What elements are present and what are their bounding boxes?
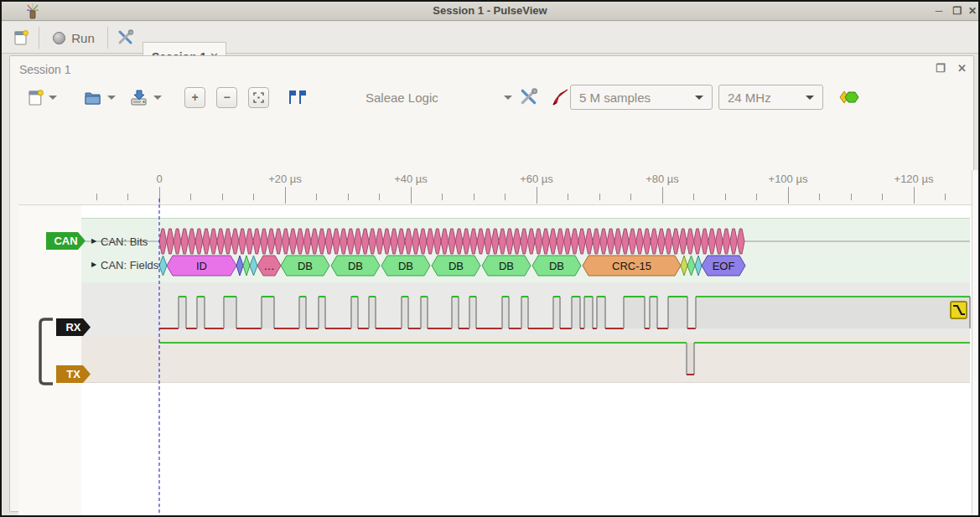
dock-float-button[interactable]: ❐ [936,62,946,75]
zoom-out-button[interactable]: − [216,84,237,111]
show-cursors-button[interactable] [287,84,307,111]
window-title: Session 1 - PulseView [2,4,978,17]
wrench-screwdriver-icon [117,29,134,46]
save-icon [129,89,148,106]
configure-device-button[interactable] [520,84,538,111]
new-view-button[interactable] [29,84,57,111]
title-bar: Session 1 - PulseView ─ ❐ ✕ [2,2,978,21]
minimize-button[interactable]: ─ [931,3,947,18]
new-view-icon [29,90,44,106]
can-bits-row-label: CAN: Bits [101,235,148,248]
close-button[interactable]: ✕ [964,3,980,18]
sample-count-value: 5 M samples [579,90,651,105]
chevron-down-icon [695,96,703,100]
rx-trace-band [81,282,970,335]
cursors-flags-icon [287,88,307,106]
run-label: Run [71,31,95,45]
sample-rate-value: 24 MHz [728,90,771,105]
probe-icon [550,87,570,107]
device-name: Saleae Logic [366,90,438,105]
chevron-down-icon [49,96,57,100]
main-toolbar: Run Session 1 ✕ [2,22,978,54]
open-folder-icon [84,89,102,106]
zoom-in-button[interactable]: + [184,84,205,111]
session-toolbar: + − [10,82,973,116]
trigger-marker[interactable] [950,301,967,319]
can-fields-row-label: CAN: Fields [101,259,158,271]
expand-arrow-icon[interactable]: ▶ [91,237,96,245]
expand-arrow-icon[interactable]: ▶ [91,261,96,268]
chevron-down-icon [504,96,512,100]
toolbar-separator [39,27,39,49]
decoder-icon [838,90,860,105]
app-window: Session 1 - PulseView ─ ❐ ✕ Run [0,0,980,517]
trace-label-margin [18,205,81,517]
sample-count-select[interactable]: 5 M samples [570,85,713,110]
wrench-screwdriver-icon [520,88,538,106]
chevron-down-icon [806,96,814,100]
tx-trace-band [81,335,970,383]
run-state-icon [53,32,65,44]
zoom-fit-button[interactable] [248,84,269,111]
new-session-button[interactable] [7,24,35,51]
vertical-scrollbar[interactable] [972,170,980,517]
dock-title: Session 1 [19,63,70,76]
run-button[interactable]: Run [44,23,104,52]
can-decoder-tag[interactable]: CAN [46,232,86,250]
sample-rate-select[interactable]: 24 MHz [718,85,823,110]
channels-button[interactable] [550,84,570,111]
dock-close-button[interactable]: ✕ [957,62,967,75]
chevron-down-icon [107,96,116,100]
decoder-trace-band [81,218,970,282]
zoom-fit-icon [248,87,269,108]
settings-button[interactable] [112,24,139,51]
falling-edge-icon [951,302,966,318]
open-file-button[interactable] [84,84,116,111]
toolbar-separator [107,27,108,49]
new-session-icon [14,30,29,45]
plus-icon: + [184,87,205,108]
save-button[interactable] [129,84,162,111]
minus-icon: − [216,87,237,108]
maximize-button[interactable]: ❐ [949,3,966,18]
add-decoder-button[interactable] [838,84,860,111]
time-ruler[interactable] [18,170,980,205]
chevron-down-icon [153,96,162,100]
session-dock: Session 1 ❐ ✕ [9,55,974,512]
device-select[interactable]: Saleae Logic [366,85,512,110]
trace-view[interactable]: 0+20 µs+40 µs+60 µs+80 µs+100 µs+120 µsI… [18,170,980,517]
